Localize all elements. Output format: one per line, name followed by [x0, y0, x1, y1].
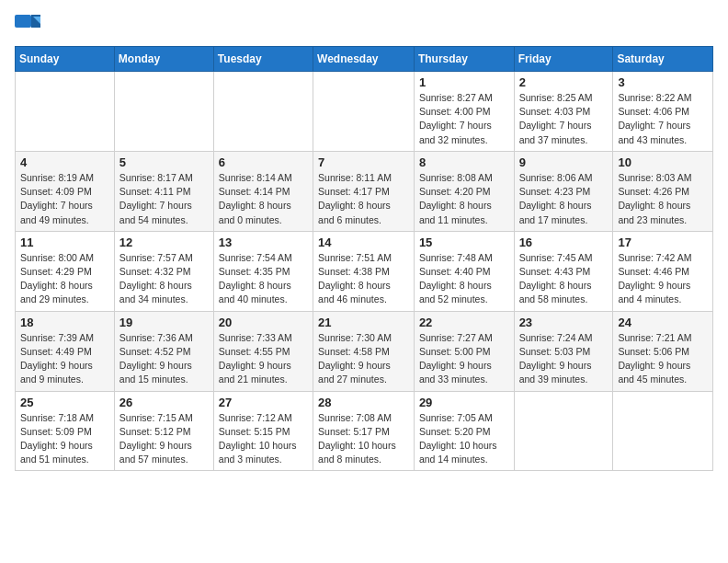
day-number: 4: [20, 155, 109, 169]
header: [15, 15, 713, 35]
calendar-cell: [16, 72, 115, 152]
calendar-cell: 3Sunrise: 8:22 AM Sunset: 4:06 PM Daylig…: [613, 72, 713, 152]
day-info: Sunrise: 8:25 AM Sunset: 4:03 PM Dayligh…: [519, 91, 609, 147]
day-info: Sunrise: 7:33 AM Sunset: 4:55 PM Dayligh…: [219, 331, 308, 387]
calendar-cell: 16Sunrise: 7:45 AM Sunset: 4:43 PM Dayli…: [514, 231, 613, 311]
day-info: Sunrise: 8:08 AM Sunset: 4:20 PM Dayligh…: [419, 171, 509, 227]
day-number: 18: [20, 316, 109, 329]
day-info: Sunrise: 8:27 AM Sunset: 4:00 PM Dayligh…: [419, 91, 509, 147]
day-number: 13: [219, 236, 308, 249]
calendar-week-5: 25Sunrise: 7:18 AM Sunset: 5:09 PM Dayli…: [16, 391, 713, 471]
day-number: 14: [318, 236, 409, 249]
calendar-cell: 13Sunrise: 7:54 AM Sunset: 4:35 PM Dayli…: [213, 231, 313, 311]
calendar-cell: 20Sunrise: 7:33 AM Sunset: 4:55 PM Dayli…: [213, 311, 313, 391]
day-number: 11: [20, 236, 109, 249]
logo: [15, 15, 44, 35]
day-number: 7: [318, 155, 409, 169]
calendar-cell: 4Sunrise: 8:19 AM Sunset: 4:09 PM Daylig…: [16, 151, 115, 231]
calendar-cell: 7Sunrise: 8:11 AM Sunset: 4:17 PM Daylig…: [313, 151, 415, 231]
header-day-sunday: Sunday: [16, 47, 115, 72]
calendar-cell: [114, 72, 213, 152]
day-number: 10: [618, 155, 708, 169]
calendar-cell: 5Sunrise: 8:17 AM Sunset: 4:11 PM Daylig…: [114, 151, 213, 231]
calendar-cell: 6Sunrise: 8:14 AM Sunset: 4:14 PM Daylig…: [213, 151, 313, 231]
day-number: 27: [219, 396, 308, 409]
day-number: 1: [419, 75, 509, 89]
header-day-tuesday: Tuesday: [213, 47, 313, 72]
day-number: 3: [618, 75, 708, 89]
day-number: 21: [318, 316, 409, 329]
day-info: Sunrise: 7:57 AM Sunset: 4:32 PM Dayligh…: [119, 251, 209, 307]
calendar-week-3: 11Sunrise: 8:00 AM Sunset: 4:29 PM Dayli…: [16, 231, 713, 311]
day-info: Sunrise: 7:45 AM Sunset: 4:43 PM Dayligh…: [519, 251, 609, 307]
calendar-cell: 29Sunrise: 7:05 AM Sunset: 5:20 PM Dayli…: [414, 391, 514, 471]
calendar-cell: 23Sunrise: 7:24 AM Sunset: 5:03 PM Dayli…: [514, 311, 613, 391]
day-info: Sunrise: 7:36 AM Sunset: 4:52 PM Dayligh…: [119, 331, 209, 387]
day-info: Sunrise: 7:08 AM Sunset: 5:17 PM Dayligh…: [318, 411, 409, 467]
calendar-header-row: SundayMondayTuesdayWednesdayThursdayFrid…: [16, 47, 713, 72]
day-number: 24: [618, 316, 708, 329]
day-info: Sunrise: 7:48 AM Sunset: 4:40 PM Dayligh…: [419, 251, 509, 307]
day-number: 16: [519, 236, 609, 249]
calendar-cell: 8Sunrise: 8:08 AM Sunset: 4:20 PM Daylig…: [414, 151, 514, 231]
day-number: 22: [419, 316, 509, 329]
calendar-cell: 11Sunrise: 8:00 AM Sunset: 4:29 PM Dayli…: [16, 231, 115, 311]
day-number: 23: [519, 316, 609, 329]
calendar-cell: 9Sunrise: 8:06 AM Sunset: 4:23 PM Daylig…: [514, 151, 613, 231]
calendar-cell: 26Sunrise: 7:15 AM Sunset: 5:12 PM Dayli…: [114, 391, 213, 471]
calendar-cell: 18Sunrise: 7:39 AM Sunset: 4:49 PM Dayli…: [16, 311, 115, 391]
calendar-cell: 28Sunrise: 7:08 AM Sunset: 5:17 PM Dayli…: [313, 391, 415, 471]
day-info: Sunrise: 7:27 AM Sunset: 5:00 PM Dayligh…: [419, 331, 509, 387]
calendar-cell: 2Sunrise: 8:25 AM Sunset: 4:03 PM Daylig…: [514, 72, 613, 152]
day-number: 9: [519, 155, 609, 169]
day-info: Sunrise: 7:39 AM Sunset: 4:49 PM Dayligh…: [20, 331, 109, 387]
day-number: 17: [618, 236, 708, 249]
header-day-saturday: Saturday: [613, 47, 713, 72]
calendar-cell: 14Sunrise: 7:51 AM Sunset: 4:38 PM Dayli…: [313, 231, 415, 311]
header-day-thursday: Thursday: [414, 47, 514, 72]
logo-icon: [15, 15, 40, 35]
calendar-week-1: 1Sunrise: 8:27 AM Sunset: 4:00 PM Daylig…: [16, 72, 713, 152]
day-info: Sunrise: 7:24 AM Sunset: 5:03 PM Dayligh…: [519, 331, 609, 387]
calendar-table: SundayMondayTuesdayWednesdayThursdayFrid…: [15, 46, 713, 471]
calendar-cell: 24Sunrise: 7:21 AM Sunset: 5:06 PM Dayli…: [613, 311, 713, 391]
day-info: Sunrise: 7:15 AM Sunset: 5:12 PM Dayligh…: [119, 411, 209, 467]
day-number: 29: [419, 396, 509, 409]
calendar-cell: [514, 391, 613, 471]
calendar-week-2: 4Sunrise: 8:19 AM Sunset: 4:09 PM Daylig…: [16, 151, 713, 231]
calendar-week-4: 18Sunrise: 7:39 AM Sunset: 4:49 PM Dayli…: [16, 311, 713, 391]
day-info: Sunrise: 7:05 AM Sunset: 5:20 PM Dayligh…: [419, 411, 509, 467]
day-number: 5: [119, 155, 209, 169]
day-info: Sunrise: 7:12 AM Sunset: 5:15 PM Dayligh…: [219, 411, 308, 467]
day-info: Sunrise: 8:06 AM Sunset: 4:23 PM Dayligh…: [519, 171, 609, 227]
day-info: Sunrise: 7:18 AM Sunset: 5:09 PM Dayligh…: [20, 411, 109, 467]
calendar-cell: 21Sunrise: 7:30 AM Sunset: 4:58 PM Dayli…: [313, 311, 415, 391]
calendar-cell: 25Sunrise: 7:18 AM Sunset: 5:09 PM Dayli…: [16, 391, 115, 471]
day-info: Sunrise: 8:19 AM Sunset: 4:09 PM Dayligh…: [20, 171, 109, 227]
svg-rect-0: [15, 15, 31, 28]
day-number: 19: [119, 316, 209, 329]
day-info: Sunrise: 8:22 AM Sunset: 4:06 PM Dayligh…: [618, 91, 708, 147]
calendar-cell: 22Sunrise: 7:27 AM Sunset: 5:00 PM Dayli…: [414, 311, 514, 391]
day-info: Sunrise: 8:14 AM Sunset: 4:14 PM Dayligh…: [219, 171, 308, 227]
day-number: 25: [20, 396, 109, 409]
day-number: 12: [119, 236, 209, 249]
header-day-monday: Monday: [114, 47, 213, 72]
day-info: Sunrise: 7:30 AM Sunset: 4:58 PM Dayligh…: [318, 331, 409, 387]
calendar-cell: 27Sunrise: 7:12 AM Sunset: 5:15 PM Dayli…: [213, 391, 313, 471]
day-info: Sunrise: 8:17 AM Sunset: 4:11 PM Dayligh…: [119, 171, 209, 227]
calendar-cell: 10Sunrise: 8:03 AM Sunset: 4:26 PM Dayli…: [613, 151, 713, 231]
day-info: Sunrise: 7:42 AM Sunset: 4:46 PM Dayligh…: [618, 251, 708, 307]
calendar-cell: [213, 72, 313, 152]
day-info: Sunrise: 8:11 AM Sunset: 4:17 PM Dayligh…: [318, 171, 409, 227]
day-number: 15: [419, 236, 509, 249]
day-number: 20: [219, 316, 308, 329]
calendar-cell: 17Sunrise: 7:42 AM Sunset: 4:46 PM Dayli…: [613, 231, 713, 311]
calendar-cell: [613, 391, 713, 471]
day-number: 28: [318, 396, 409, 409]
calendar-body: 1Sunrise: 8:27 AM Sunset: 4:00 PM Daylig…: [16, 72, 713, 471]
day-number: 8: [419, 155, 509, 169]
header-day-friday: Friday: [514, 47, 613, 72]
day-info: Sunrise: 7:21 AM Sunset: 5:06 PM Dayligh…: [618, 331, 708, 387]
day-number: 6: [219, 155, 308, 169]
